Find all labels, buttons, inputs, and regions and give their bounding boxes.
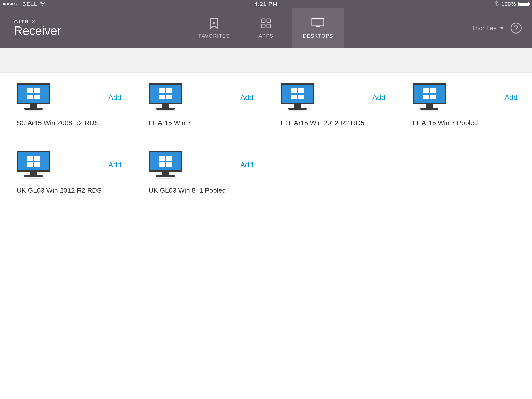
desktop-launch-button[interactable] bbox=[149, 83, 182, 112]
empty-cell bbox=[398, 140, 530, 208]
help-button[interactable]: ? bbox=[511, 23, 522, 34]
status-left: BELL bbox=[3, 1, 46, 8]
tab-apps-label: APPS bbox=[258, 33, 273, 39]
desktop-tile: Add FTL Ar15 Win 2012 R2 RD5 bbox=[266, 73, 398, 140]
desktop-launch-button[interactable] bbox=[149, 151, 182, 179]
desktop-name: FL Ar15 Win 7 bbox=[149, 119, 253, 127]
desktops-grid: Add SC Ar15 Win 2008 R2 RDS Add FL Ar15 … bbox=[0, 73, 532, 208]
desktop-launch-button[interactable] bbox=[17, 151, 50, 179]
app-header: CITRIX Receiver FAVORITES APPS bbox=[0, 8, 532, 48]
status-bar: BELL 4:21 PM 100% bbox=[0, 0, 532, 8]
add-button[interactable]: Add bbox=[108, 161, 121, 169]
desktop-tile: Add UK GL03 Win 2012 R2 RDS bbox=[2, 140, 134, 208]
bluetooth-icon bbox=[495, 0, 499, 8]
brand: CITRIX Receiver bbox=[0, 8, 61, 48]
tab-apps[interactable]: APPS bbox=[240, 8, 292, 48]
desktop-icon bbox=[311, 17, 325, 29]
header-right: Thor Lee ? bbox=[472, 8, 532, 48]
svg-rect-2 bbox=[262, 24, 265, 28]
svg-rect-6 bbox=[314, 28, 322, 28]
svg-rect-5 bbox=[316, 26, 320, 27]
desktop-tile: Add FL Ar15 Win 7 bbox=[134, 73, 266, 140]
desktop-name: FL Ar15 Win 7 Pooled bbox=[413, 119, 517, 127]
user-menu[interactable]: Thor Lee bbox=[472, 24, 504, 32]
chevron-down-icon bbox=[500, 27, 504, 30]
svg-rect-0 bbox=[262, 19, 265, 23]
desktop-name: UK GL03 Win 8_1 Pooled bbox=[149, 187, 253, 195]
battery-percent: 100% bbox=[501, 1, 516, 8]
desktop-name: UK GL03 Win 2012 R2 RDS bbox=[17, 187, 121, 195]
subheader bbox=[0, 48, 532, 73]
tab-desktops[interactable]: DESKTOPS bbox=[292, 8, 344, 48]
battery-icon bbox=[518, 2, 529, 6]
nav-tabs: FAVORITES APPS DESKTOPS bbox=[188, 8, 344, 48]
apps-icon bbox=[261, 17, 271, 29]
desktop-tile: Add FL Ar15 Win 7 Pooled bbox=[398, 73, 530, 140]
desktop-name: FTL Ar15 Win 2012 R2 RD5 bbox=[281, 119, 385, 127]
svg-rect-4 bbox=[312, 19, 324, 26]
desktop-launch-button[interactable] bbox=[17, 83, 50, 112]
desktop-name: SC Ar15 Win 2008 R2 RDS bbox=[17, 119, 121, 127]
carrier-label: BELL bbox=[22, 1, 37, 8]
wifi-icon bbox=[39, 2, 46, 7]
tab-desktops-label: DESKTOPS bbox=[303, 33, 333, 39]
user-name: Thor Lee bbox=[472, 24, 497, 32]
help-glyph: ? bbox=[514, 24, 518, 32]
desktop-tile: Add SC Ar15 Win 2008 R2 RDS bbox=[2, 73, 134, 140]
add-button[interactable]: Add bbox=[240, 93, 253, 102]
desktop-launch-button[interactable] bbox=[281, 83, 314, 112]
brand-line2: Receiver bbox=[14, 24, 61, 38]
svg-rect-3 bbox=[267, 24, 270, 28]
status-right: 100% bbox=[495, 0, 529, 8]
desktop-tile: Add UK GL03 Win 8_1 Pooled bbox=[134, 140, 266, 208]
bookmark-icon bbox=[210, 17, 218, 29]
add-button[interactable]: Add bbox=[108, 93, 121, 102]
svg-rect-1 bbox=[267, 19, 270, 23]
signal-strength-icon bbox=[3, 3, 20, 5]
empty-cell bbox=[266, 140, 398, 208]
add-button[interactable]: Add bbox=[240, 161, 253, 169]
tab-favorites[interactable]: FAVORITES bbox=[188, 8, 240, 48]
desktop-launch-button[interactable] bbox=[413, 83, 446, 112]
clock: 4:21 PM bbox=[255, 1, 278, 8]
add-button[interactable]: Add bbox=[504, 93, 517, 102]
tab-favorites-label: FAVORITES bbox=[198, 33, 230, 39]
add-button[interactable]: Add bbox=[372, 93, 385, 102]
